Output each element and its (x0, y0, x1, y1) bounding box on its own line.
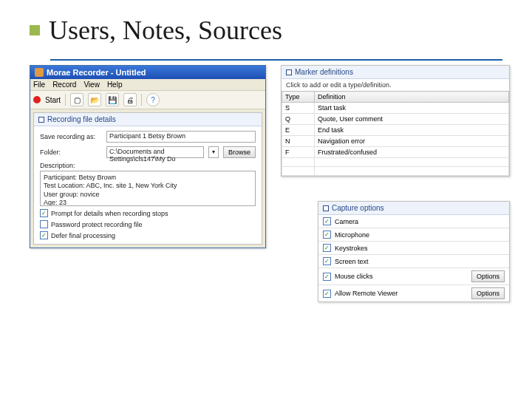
options-button[interactable]: Options (471, 287, 505, 299)
menu-view[interactable]: View (83, 81, 100, 89)
markers-header: Marker definitions (282, 66, 509, 79)
cell-type: E (282, 125, 315, 136)
capture-row[interactable]: ✓ Allow Remote Viewer Options (318, 285, 509, 301)
menu-record[interactable]: Record (52, 81, 76, 89)
capture-label: Camera (335, 218, 358, 225)
cell-def: Quote, User comment (315, 114, 509, 125)
checkbox-icon: ✓ (323, 290, 331, 298)
capture-panel: Capture options ✓ Camera ✓ Microphone ✓ … (318, 201, 510, 302)
markers-hint: Click to add or edit a type/definition. (282, 79, 509, 91)
table-row-empty[interactable] (282, 158, 509, 167)
save-input[interactable]: Participant 1 Betsy Brown (106, 131, 256, 143)
checkbox-row[interactable]: Password protect recording file (40, 220, 256, 228)
markers-panel: Marker definitions Click to add or edit … (281, 65, 510, 177)
desc-line: User group: novice (44, 191, 252, 199)
toolbar-sep-2 (141, 94, 142, 106)
checkbox-row[interactable]: ✓ Defer final processing (40, 231, 256, 239)
desc-line: Test Location: ABC, Inc. site 1, New Yor… (44, 182, 252, 190)
checkbox-icon: ✓ (323, 257, 331, 265)
cell-def: Navigation error (315, 136, 509, 147)
pane-title-text: Recording file details (47, 115, 116, 123)
folder-label: Folder: (40, 149, 102, 156)
capture-title: Capture options (332, 204, 384, 212)
title-bullet (30, 25, 40, 35)
cell-def: End task (315, 125, 509, 136)
folder-input[interactable]: C:\Documents and Settings\cls147\My Do (106, 146, 204, 158)
checkbox-icon: ✓ (323, 244, 331, 252)
record-icon (33, 96, 41, 103)
open-icon[interactable]: 📂 (88, 93, 101, 106)
checkbox-label: Defer final processing (51, 232, 115, 239)
print-icon[interactable]: 🖨 (123, 93, 137, 106)
toolbar: Start ▢ 📂 💾 🖨 ? (30, 90, 265, 109)
collapse-icon[interactable] (323, 205, 329, 211)
capture-label: Screen text (335, 258, 369, 265)
col-definition[interactable]: Definition (315, 92, 509, 103)
capture-row[interactable]: ✓ Microphone (318, 228, 509, 242)
capture-header: Capture options (318, 202, 509, 215)
cell-type: N (282, 136, 315, 147)
save-icon[interactable]: 💾 (106, 93, 119, 106)
table-row[interactable]: FFrustrated/confused (282, 147, 509, 158)
help-icon[interactable]: ? (146, 93, 160, 106)
toolbar-sep (65, 94, 66, 106)
table-row[interactable]: SStart task (282, 103, 509, 114)
new-file-icon[interactable]: ▢ (70, 93, 83, 106)
table-row[interactable]: EEnd task (282, 125, 509, 136)
markers-table[interactable]: Type Definition SStart task QQuote, User… (282, 91, 509, 176)
checkbox-label: Password protect recording file (51, 221, 143, 228)
capture-label: Allow Remote Viewer (335, 290, 398, 297)
desc-line: Participant: Betsy Brown (44, 174, 252, 182)
folder-dropdown[interactable]: ▾ (208, 146, 219, 158)
desc-label: Description: (40, 162, 256, 169)
pane-header: Recording file details (34, 113, 262, 126)
page-title: Users, Notes, Sources (49, 15, 282, 46)
checkbox-row[interactable]: ✓ Prompt for details when recording stop… (40, 209, 256, 217)
window-titlebar: Morae Recorder - Untitled (30, 66, 265, 79)
cell-def: Frustrated/confused (315, 147, 509, 158)
description-textarea[interactable]: Participant: Betsy Brown Test Location: … (40, 171, 256, 206)
checkbox-icon: ✓ (323, 231, 331, 239)
markers-title: Marker definitions (295, 68, 353, 76)
checkbox-icon: ✓ (323, 273, 331, 281)
cell-def: Start task (315, 103, 509, 114)
checkbox-icon: ✓ (40, 231, 48, 239)
recorder-window: Morae Recorder - Untitled File Record Vi… (30, 65, 266, 248)
title-divider (50, 59, 502, 61)
app-icon (35, 68, 44, 77)
capture-row[interactable]: ✓ Mouse clicks Options (318, 268, 509, 285)
capture-label: Microphone (335, 231, 369, 239)
options-button[interactable]: Options (471, 270, 505, 282)
checkbox-icon: ✓ (323, 217, 331, 225)
desc-line: Age: 23 (44, 199, 252, 206)
start-button[interactable]: Start (45, 96, 61, 104)
menu-file[interactable]: File (33, 81, 45, 89)
cell-type: S (282, 103, 315, 114)
capture-label: Keystrokes (335, 245, 368, 252)
checkbox-icon (40, 220, 48, 228)
capture-row[interactable]: ✓ Screen text (318, 255, 509, 268)
col-type[interactable]: Type (282, 92, 315, 103)
save-label: Save recording as: (40, 133, 102, 140)
capture-row[interactable]: ✓ Camera (318, 215, 509, 228)
checkbox-label: Prompt for details when recording stops (51, 210, 168, 217)
cell-type: Q (282, 114, 315, 125)
browse-button[interactable]: Browse (223, 146, 256, 158)
window-title: Morae Recorder - Untitled (47, 68, 146, 77)
collapse-icon[interactable] (286, 69, 292, 75)
menubar: File Record View Help (30, 79, 265, 90)
table-row[interactable]: QQuote, User comment (282, 114, 509, 125)
capture-label: Mouse clicks (335, 273, 373, 280)
capture-row[interactable]: ✓ Keystrokes (318, 242, 509, 255)
cell-type: F (282, 147, 315, 158)
checkbox-icon: ✓ (40, 209, 48, 217)
menu-help[interactable]: Help (107, 81, 123, 89)
table-row-empty[interactable] (282, 167, 509, 176)
recording-details-pane: Recording file details Save recording as… (33, 112, 262, 245)
table-row[interactable]: NNavigation error (282, 136, 509, 147)
collapse-icon[interactable] (38, 117, 44, 123)
